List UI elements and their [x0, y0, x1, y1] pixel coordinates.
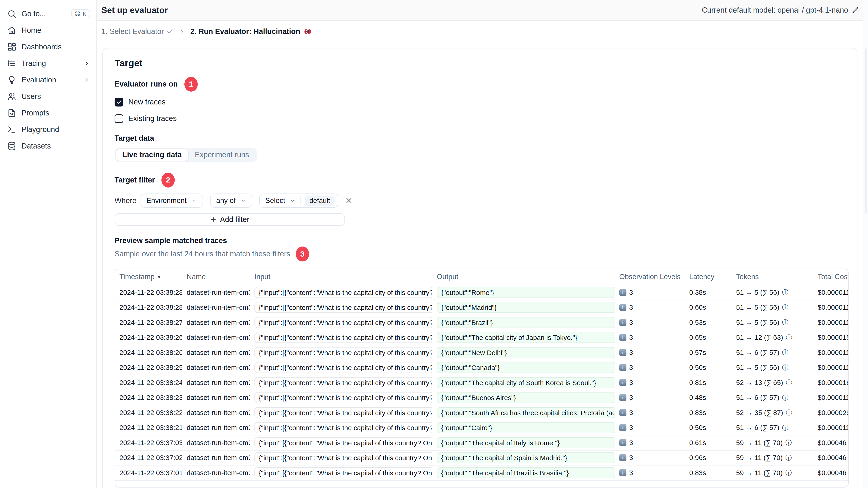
- table-row[interactable]: 2024-11-22 03:38:22 dataset-run-item-cm3…: [115, 405, 849, 421]
- add-filter-button[interactable]: Add filter: [115, 213, 345, 226]
- table-row[interactable]: 2024-11-22 03:38:21 dataset-run-item-cm3…: [115, 420, 849, 435]
- cell-output[interactable]: {"output":"Madrid"}: [437, 302, 615, 313]
- cell-output[interactable]: {"output":"Buenos Aires"}: [437, 392, 615, 403]
- runs-on-label: Evaluator runs on: [115, 80, 178, 88]
- cell-input[interactable]: {"input":[{"content":"What is the capita…: [254, 317, 432, 328]
- token-info-icon[interactable]: ⓘ: [782, 288, 788, 297]
- cell-output[interactable]: {"output":"The capital of Brazil is Bras…: [437, 467, 615, 478]
- cell-input[interactable]: {"input":[{"content":"What is the capita…: [254, 332, 432, 343]
- scrollbar-thumb[interactable]: [865, 48, 867, 214]
- page-scrollbar[interactable]: [863, 0, 868, 488]
- cell-output[interactable]: {"output":"Cairo"}: [437, 422, 615, 433]
- token-info-icon[interactable]: ⓘ: [786, 408, 792, 417]
- table-row[interactable]: 2024-11-22 03:38:24 dataset-run-item-cm3…: [115, 375, 849, 390]
- cell-tokens: 59 → 11 (∑ 70): [736, 469, 783, 477]
- token-info-icon[interactable]: ⓘ: [786, 378, 792, 387]
- column-header-total-cost[interactable]: Total Cost: [813, 273, 849, 281]
- table-row[interactable]: 2024-11-22 03:38:25 dataset-run-item-cm3…: [115, 360, 849, 375]
- sort-desc-icon: ▼: [157, 274, 161, 280]
- cell-total-cost: $0.000015: [813, 333, 849, 341]
- table-row[interactable]: 2024-11-22 03:38:26 dataset-run-item-cm3…: [115, 330, 849, 345]
- table-row[interactable]: 2024-11-22 03:37:03 dataset-run-item-cm3…: [115, 435, 849, 451]
- sidebar-item-datasets[interactable]: Datasets: [0, 138, 96, 154]
- token-info-icon[interactable]: ⓘ: [782, 423, 788, 432]
- cell-observation-levels: 3: [629, 394, 633, 401]
- checkbox-existing-traces[interactable]: Existing traces: [115, 113, 857, 125]
- cell-input[interactable]: {"input":[{"content":"What is the capita…: [254, 467, 432, 478]
- column-header-latency[interactable]: Latency: [685, 273, 732, 281]
- tab-experiment-runs[interactable]: Experiment runs: [188, 149, 255, 161]
- cell-input[interactable]: {"input":[{"content":"What is the capita…: [254, 437, 432, 448]
- cell-input[interactable]: {"input":[{"content":"What is the capita…: [254, 452, 432, 463]
- checkbox-new-traces[interactable]: New traces: [115, 96, 857, 108]
- tab-live-tracing-data[interactable]: Live tracing data: [116, 149, 188, 161]
- sidebar-item-playground[interactable]: Playground: [0, 121, 96, 138]
- breadcrumb-step1[interactable]: 1. Select Evaluator: [101, 27, 174, 36]
- table-row[interactable]: 2024-11-22 03:38:23 dataset-run-item-cm3…: [115, 390, 849, 405]
- edit-pencil-icon[interactable]: [852, 7, 859, 14]
- column-header-timestamp[interactable]: Timestamp▼: [115, 273, 182, 281]
- remove-filter-button[interactable]: [345, 197, 352, 204]
- goto-search[interactable]: Go to... ⌘ K: [0, 5, 96, 22]
- column-header-observation-levels[interactable]: Observation Levels: [615, 273, 685, 281]
- token-info-icon[interactable]: ⓘ: [782, 318, 788, 327]
- cell-output[interactable]: {"output":"South Africa has three capita…: [437, 407, 615, 418]
- column-header-tokens[interactable]: Tokens: [732, 273, 813, 281]
- table-row[interactable]: 2024-11-22 03:37:01 dataset-run-item-cm3…: [115, 465, 849, 481]
- table-row[interactable]: 2024-11-22 03:38:28 dataset-run-item-cm3…: [115, 285, 849, 300]
- cell-output[interactable]: {"output":"Brazil"}: [437, 317, 615, 328]
- cell-input[interactable]: {"input":[{"content":"What is the capita…: [254, 347, 432, 358]
- cell-total-cost: $0.000011 (: [813, 394, 849, 401]
- filter-row: Where Environment any of Select default: [115, 194, 857, 208]
- default-model-label: Current default model: openai / gpt-4.1-…: [702, 6, 848, 14]
- cell-output[interactable]: {"output":"Canada"}: [437, 362, 615, 373]
- sidebar-item-label: Tracing: [22, 59, 46, 68]
- column-header-input[interactable]: Input: [250, 273, 432, 281]
- cell-timestamp: 2024-11-22 03:38:23: [115, 394, 182, 401]
- cell-input[interactable]: {"input":[{"content":"What is the capita…: [254, 362, 432, 373]
- sidebar-item-dashboards[interactable]: Dashboards: [0, 39, 96, 55]
- cell-input[interactable]: {"input":[{"content":"What is the capita…: [254, 287, 432, 298]
- cell-tokens: 59 → 11 (∑ 70): [736, 439, 783, 447]
- cell-output[interactable]: {"output":"New Delhi"}: [437, 347, 615, 358]
- token-info-icon[interactable]: ⓘ: [786, 333, 792, 342]
- cell-input[interactable]: {"input":[{"content":"What is the capita…: [254, 302, 432, 313]
- column-header-output[interactable]: Output: [432, 273, 615, 281]
- cell-output[interactable]: {"output":"The capital of Spain is Madri…: [437, 452, 615, 463]
- cell-output[interactable]: {"output":"Rome"}: [437, 287, 615, 298]
- cell-input[interactable]: {"input":[{"content":"What is the capita…: [254, 422, 432, 433]
- token-info-icon[interactable]: ⓘ: [785, 454, 792, 462]
- table-row[interactable]: 2024-11-22 03:38:28 dataset-run-item-cm3…: [115, 300, 849, 315]
- token-info-icon[interactable]: ⓘ: [785, 438, 792, 447]
- filter-operator-select[interactable]: any of: [210, 194, 252, 208]
- token-info-icon[interactable]: ⓘ: [782, 348, 788, 357]
- sidebar-item-users[interactable]: Users: [0, 88, 96, 105]
- cell-output[interactable]: {"output":"The capital city of Japan is …: [437, 332, 615, 343]
- cell-input[interactable]: {"input":[{"content":"What is the capita…: [254, 377, 432, 388]
- sidebar-item-tracing[interactable]: Tracing: [0, 55, 96, 72]
- token-info-icon[interactable]: ⓘ: [785, 468, 792, 477]
- cell-input[interactable]: {"input":[{"content":"What is the capita…: [254, 392, 432, 403]
- database-icon: [7, 141, 17, 151]
- cell-total-cost: $0.000011 (: [813, 289, 849, 296]
- filter-column-select[interactable]: Environment: [141, 194, 203, 208]
- column-header-name[interactable]: Name: [182, 273, 250, 281]
- token-info-icon[interactable]: ⓘ: [782, 363, 788, 372]
- info-level-icon: i: [619, 364, 626, 371]
- home-icon: [7, 26, 17, 35]
- info-level-icon: i: [619, 469, 626, 476]
- sidebar-item-prompts[interactable]: Prompts: [0, 105, 96, 121]
- cell-input[interactable]: {"input":[{"content":"What is the capita…: [254, 407, 432, 418]
- token-info-icon[interactable]: ⓘ: [782, 393, 788, 402]
- table-row[interactable]: 2024-11-22 03:37:02 dataset-run-item-cm3…: [115, 451, 849, 466]
- table-row[interactable]: 2024-11-22 03:38:26 dataset-run-item-cm3…: [115, 345, 849, 360]
- table-row[interactable]: 2024-11-22 03:38:27 dataset-run-item-cm3…: [115, 315, 849, 330]
- cell-output[interactable]: {"output":"The capital city of South Kor…: [437, 377, 615, 388]
- filter-value-select[interactable]: Select default: [259, 194, 338, 208]
- sidebar-item-home[interactable]: Home: [0, 22, 96, 39]
- token-info-icon[interactable]: ⓘ: [782, 303, 788, 312]
- sidebar-item-evaluation[interactable]: Evaluation: [0, 72, 96, 88]
- cell-name: dataset-run-item-cm3s4: [182, 454, 250, 462]
- check-icon: [166, 28, 174, 35]
- cell-output[interactable]: {"output":"The capital of Italy is Rome.…: [437, 437, 615, 448]
